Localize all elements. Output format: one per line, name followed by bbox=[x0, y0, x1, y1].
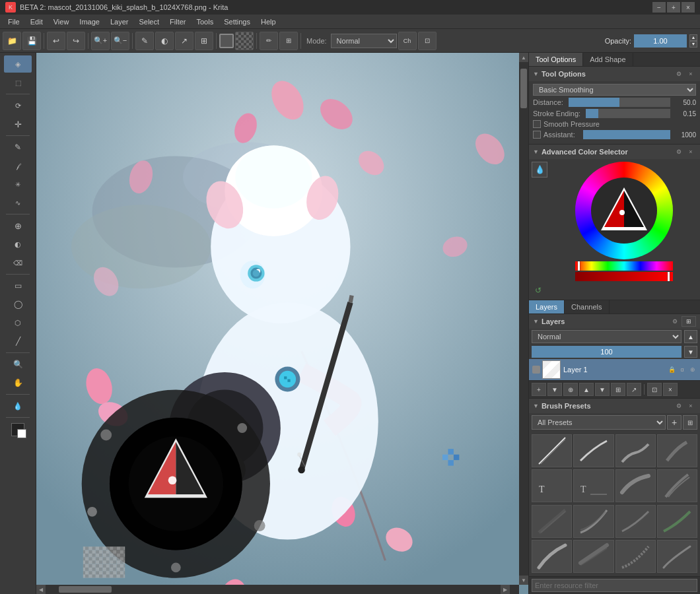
menu-help[interactable]: Help bbox=[256, 16, 281, 27]
bp-filter-select[interactable]: All Presets Basic Inking Digital Paintin… bbox=[532, 415, 666, 430]
left-tool-eraser[interactable]: ⌫ bbox=[4, 254, 32, 271]
bp-item-5[interactable]: T bbox=[532, 469, 572, 502]
bp-item-3[interactable] bbox=[615, 434, 656, 467]
add-layer-dropdown[interactable]: ▼ bbox=[547, 383, 562, 396]
layers-button[interactable]: ⊞ bbox=[279, 32, 298, 50]
maximize-button[interactable]: + bbox=[667, 2, 680, 13]
zoom-out-button[interactable]: 🔍− bbox=[111, 32, 129, 50]
bp-item-9[interactable] bbox=[532, 505, 572, 538]
bp-item-13[interactable] bbox=[532, 540, 572, 573]
scroll-down-arrow[interactable]: ▼ bbox=[519, 576, 528, 585]
layers-opacity-btn[interactable]: ▼ bbox=[684, 346, 697, 358]
minimize-button[interactable]: − bbox=[652, 2, 666, 13]
left-tool-line[interactable]: ╱ bbox=[4, 333, 32, 350]
bp-item-12[interactable] bbox=[657, 505, 697, 538]
left-tool-multibrush[interactable]: ✳ bbox=[4, 176, 32, 193]
menu-file[interactable]: File bbox=[3, 16, 25, 27]
left-tool-transform[interactable]: ⟳ bbox=[4, 97, 32, 114]
acs-color-wheel[interactable] bbox=[575, 162, 673, 259]
bp-item-7[interactable] bbox=[615, 469, 656, 502]
left-tool-dynamic[interactable]: ∿ bbox=[4, 194, 32, 211]
bp-item-1[interactable] bbox=[532, 434, 572, 467]
left-tool-calligraphy[interactable]: 𝒻 bbox=[4, 157, 32, 174]
opacity-input[interactable] bbox=[634, 34, 687, 48]
bp-item-16[interactable] bbox=[657, 540, 697, 573]
mode-dropdown[interactable]: Normal Multiply Screen Overlay bbox=[331, 34, 397, 48]
menu-select[interactable]: Select bbox=[133, 16, 164, 27]
move-up-btn[interactable]: ▲ bbox=[579, 383, 594, 396]
left-tool-gradient[interactable]: ◐ bbox=[4, 236, 32, 253]
layer-lock-icon[interactable]: 🔒 bbox=[667, 365, 676, 374]
bp-grid-view-btn[interactable]: ⊞ bbox=[683, 415, 697, 430]
undo-button[interactable]: ↩ bbox=[47, 32, 65, 50]
group-layer-btn[interactable]: ⊞ bbox=[611, 383, 625, 396]
brush-button[interactable]: ✎ bbox=[135, 32, 154, 50]
left-tool-zoom[interactable]: 🔍 bbox=[4, 356, 32, 373]
left-tool-color-picker[interactable]: 💧 bbox=[4, 397, 32, 414]
menu-filter[interactable]: Filter bbox=[164, 16, 191, 27]
vertical-scrollbar[interactable]: ▲ ▼ bbox=[519, 53, 528, 585]
smoothing-select[interactable]: Basic Smoothing Weighted Smoothing Stabi… bbox=[533, 84, 696, 96]
scroll-up-arrow[interactable]: ▲ bbox=[519, 53, 528, 62]
open-button[interactable]: 📁 bbox=[3, 32, 21, 50]
channel-button[interactable]: Ch bbox=[398, 32, 417, 50]
assistant-checkbox[interactable] bbox=[533, 131, 541, 139]
assistant-slider[interactable] bbox=[583, 130, 670, 139]
menu-edit[interactable]: Edit bbox=[25, 16, 48, 27]
bp-item-15[interactable] bbox=[615, 540, 656, 573]
bp-item-14[interactable] bbox=[573, 540, 613, 573]
layers-mode-select[interactable]: Normal Multiply Screen bbox=[532, 330, 682, 343]
left-tool-contiguous[interactable]: ⬚ bbox=[4, 74, 32, 91]
left-tool-move[interactable]: ✛ bbox=[4, 116, 32, 133]
opacity-up[interactable]: ▲ bbox=[689, 34, 697, 41]
opacity-down[interactable]: ▼ bbox=[689, 41, 697, 48]
layer-alpha-icon[interactable]: α bbox=[678, 365, 687, 374]
tool-options-header[interactable]: ▼ Tool Options ⚙ × bbox=[529, 67, 700, 81]
select-button[interactable]: ↗ bbox=[175, 32, 193, 50]
eraser-button[interactable]: ✏ bbox=[260, 32, 278, 50]
layer-inherit-icon[interactable]: ⊕ bbox=[688, 365, 697, 374]
foreground-color[interactable] bbox=[11, 423, 24, 436]
color-picker[interactable] bbox=[219, 34, 234, 48]
layers-grid-btn[interactable]: ⊞ bbox=[682, 316, 696, 327]
acs-close-btn[interactable]: × bbox=[685, 147, 696, 157]
background-color[interactable] bbox=[17, 429, 26, 438]
move-down-btn[interactable]: ▼ bbox=[595, 383, 610, 396]
add-layer-btn[interactable]: + bbox=[532, 383, 546, 396]
acs-sat-bar[interactable] bbox=[575, 272, 673, 281]
fill-button[interactable]: ⊞ bbox=[195, 32, 213, 50]
horizontal-scrollbar[interactable]: ◀ ▶ bbox=[36, 585, 519, 594]
distance-slider[interactable] bbox=[569, 98, 670, 107]
menu-tools[interactable]: Tools bbox=[192, 16, 219, 27]
left-tool-fill[interactable]: ⊕ bbox=[4, 217, 32, 234]
bp-item-2[interactable] bbox=[573, 434, 613, 467]
acs-refresh-btn[interactable]: ↺ bbox=[532, 284, 545, 297]
scroll-left-arrow[interactable]: ◀ bbox=[36, 585, 46, 594]
bp-item-8[interactable] bbox=[657, 469, 697, 502]
bp-close-btn[interactable]: × bbox=[685, 401, 696, 411]
merge-layer-btn[interactable]: ↗ bbox=[627, 383, 641, 396]
duplicate-layer-btn[interactable]: ⊕ bbox=[563, 383, 578, 396]
delete-layer-btn[interactable]: × bbox=[663, 383, 678, 396]
scroll-thumb-h[interactable] bbox=[59, 586, 112, 593]
tab-tool-options[interactable]: Tool Options bbox=[529, 53, 583, 66]
tab-channels[interactable]: Channels bbox=[565, 300, 609, 314]
tool-options-close[interactable]: × bbox=[685, 69, 696, 79]
left-tool-freehand[interactable]: ✎ bbox=[4, 139, 32, 156]
layers-opacity-bar[interactable]: 100 bbox=[532, 346, 682, 358]
save-button[interactable]: 💾 bbox=[22, 32, 41, 50]
acs-config-btn[interactable]: ⚙ bbox=[674, 147, 684, 157]
bp-search-input[interactable] bbox=[532, 579, 697, 592]
mirror-button[interactable]: ⊡ bbox=[418, 32, 437, 50]
menu-image[interactable]: Image bbox=[74, 16, 105, 27]
gradient-button[interactable]: ◐ bbox=[155, 32, 174, 50]
layers-config-btn[interactable]: ⚙ bbox=[670, 316, 680, 327]
zoom-in-button[interactable]: 🔍+ bbox=[91, 32, 110, 50]
smooth-pressure-checkbox[interactable] bbox=[533, 120, 541, 128]
layer-row[interactable]: Layer 1 🔒 α ⊕ bbox=[529, 359, 700, 380]
acs-eyedropper-btn[interactable]: 💧 bbox=[532, 162, 547, 178]
layer-visibility-icon[interactable] bbox=[532, 365, 541, 374]
menu-view[interactable]: View bbox=[48, 16, 75, 27]
tool-options-config[interactable]: ⚙ bbox=[674, 69, 684, 79]
bp-config-btn[interactable]: ⚙ bbox=[674, 401, 684, 411]
